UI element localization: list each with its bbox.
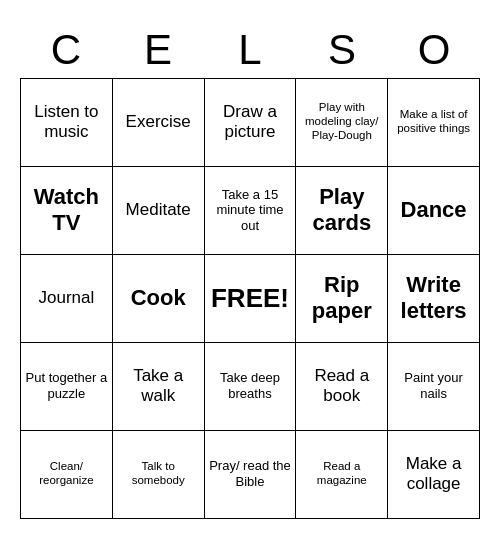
cell-3-3: Read a book	[296, 343, 388, 431]
cell-text-0-3: Play with modeling clay/ Play-Dough	[299, 101, 384, 142]
title-letter-E: E	[112, 26, 204, 74]
cell-text-4-3: Read a magazine	[299, 460, 384, 488]
cell-2-2: FREE!	[205, 255, 297, 343]
title-letter-O: O	[388, 26, 480, 74]
cell-text-2-0: Journal	[39, 288, 95, 308]
cell-1-0: Watch TV	[21, 167, 113, 255]
cell-0-3: Play with modeling clay/ Play-Dough	[296, 79, 388, 167]
cell-2-4: Write letters	[388, 255, 480, 343]
cell-3-0: Put together a puzzle	[21, 343, 113, 431]
cell-text-1-2: Take a 15 minute time out	[208, 187, 293, 234]
bingo-card: CELSO Listen to musicExerciseDraw a pict…	[10, 16, 490, 529]
cell-3-2: Take deep breaths	[205, 343, 297, 431]
cell-0-1: Exercise	[113, 79, 205, 167]
cell-text-2-1: Cook	[131, 285, 186, 311]
bingo-title: CELSO	[20, 26, 480, 74]
cell-2-0: Journal	[21, 255, 113, 343]
cell-4-1: Talk to somebody	[113, 431, 205, 519]
cell-4-4: Make a collage	[388, 431, 480, 519]
cell-text-3-2: Take deep breaths	[208, 370, 293, 401]
cell-text-4-2: Pray/ read the Bible	[208, 458, 293, 489]
cell-4-3: Read a magazine	[296, 431, 388, 519]
cell-0-0: Listen to music	[21, 79, 113, 167]
cell-text-2-4: Write letters	[391, 272, 476, 325]
cell-2-1: Cook	[113, 255, 205, 343]
title-letter-S: S	[296, 26, 388, 74]
cell-3-1: Take a walk	[113, 343, 205, 431]
cell-text-1-3: Play cards	[299, 184, 384, 237]
cell-1-1: Meditate	[113, 167, 205, 255]
cell-text-0-1: Exercise	[126, 112, 191, 132]
cell-2-3: Rip paper	[296, 255, 388, 343]
cell-text-0-0: Listen to music	[24, 102, 109, 143]
cell-1-4: Dance	[388, 167, 480, 255]
cell-text-1-0: Watch TV	[24, 184, 109, 237]
cell-0-2: Draw a picture	[205, 79, 297, 167]
cell-text-3-0: Put together a puzzle	[24, 370, 109, 401]
cell-4-0: Clean/ reorganize	[21, 431, 113, 519]
title-letter-C: C	[20, 26, 112, 74]
cell-3-4: Paint your nails	[388, 343, 480, 431]
cell-text-3-3: Read a book	[299, 366, 384, 407]
cell-text-0-4: Make a list of positive things	[391, 108, 476, 136]
cell-1-3: Play cards	[296, 167, 388, 255]
cell-text-0-2: Draw a picture	[208, 102, 293, 143]
cell-1-2: Take a 15 minute time out	[205, 167, 297, 255]
cell-text-2-2: FREE!	[211, 283, 289, 314]
cell-text-4-4: Make a collage	[391, 454, 476, 495]
cell-text-2-3: Rip paper	[299, 272, 384, 325]
cell-text-3-1: Take a walk	[116, 366, 201, 407]
cell-text-4-1: Talk to somebody	[116, 460, 201, 488]
cell-text-3-4: Paint your nails	[391, 370, 476, 401]
cell-text-1-4: Dance	[401, 197, 467, 223]
cell-text-1-1: Meditate	[126, 200, 191, 220]
bingo-grid: Listen to musicExerciseDraw a picturePla…	[20, 78, 480, 519]
cell-0-4: Make a list of positive things	[388, 79, 480, 167]
cell-4-2: Pray/ read the Bible	[205, 431, 297, 519]
title-letter-L: L	[204, 26, 296, 74]
cell-text-4-0: Clean/ reorganize	[24, 460, 109, 488]
